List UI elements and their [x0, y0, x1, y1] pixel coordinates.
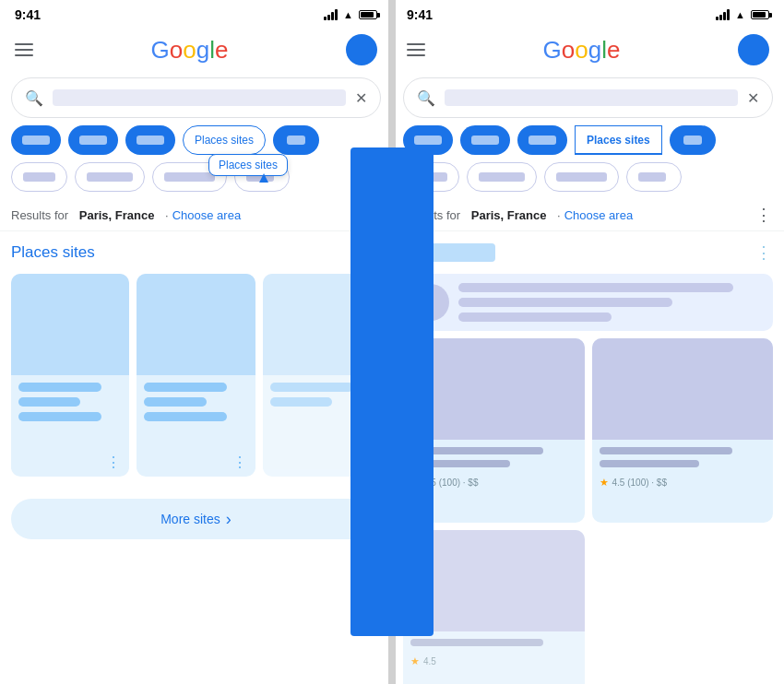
chip-3-left[interactable]: [125, 125, 175, 155]
status-icons-left: ▲: [324, 9, 377, 20]
right-card-body-2: ★ 4.5 (100) · $$: [592, 440, 774, 496]
faded-line-1b: [458, 298, 672, 307]
avatar-right[interactable]: [738, 34, 769, 65]
google-logo-left: Google: [151, 36, 229, 65]
card-line-1a: [18, 383, 101, 392]
hamburger-menu-left[interactable]: [15, 43, 33, 56]
search-bar-right[interactable]: 🔍 ✕: [403, 77, 773, 118]
chip-places-sites-left[interactable]: Places sites: [183, 125, 266, 155]
results-text-left: Results for: [11, 208, 68, 222]
card-footer-1: ⋮: [11, 448, 129, 477]
chip-outline-3-right[interactable]: [544, 162, 619, 192]
filter-chips-row2-left: [0, 162, 392, 199]
card-line-3b: [270, 397, 332, 407]
wifi-icon-left: ▲: [343, 9, 353, 20]
right-card-line-3a: [410, 639, 543, 646]
card-line-2c: [144, 412, 227, 421]
chip-2-right[interactable]: [460, 125, 510, 155]
faded-line-1a: [458, 283, 733, 292]
time-left: 9:41: [15, 7, 41, 22]
card-line-2b: [144, 397, 206, 407]
phone-comparison-container: 9:41 ▲ Google 🔍: [0, 0, 784, 684]
signal-icon-right: [716, 9, 730, 20]
chip-outline-2-left[interactable]: [75, 162, 145, 192]
places-section-left: Places sites ⋮ ⋮: [0, 231, 392, 488]
rating-1: ★ 4.5 (100) · $$: [410, 477, 577, 489]
signal-icon-left: [324, 9, 338, 20]
battery-icon-left: [359, 10, 377, 19]
results-line-right: Results for Paris, France · Choose area …: [392, 199, 784, 231]
filter-chips-row1-right: Places sites: [392, 125, 784, 162]
chip-1-left[interactable]: [11, 125, 61, 155]
faded-lines-1: [458, 283, 764, 322]
right-cards-grid: ★ 4.5 (100) · $$ ★ 4.5 (100) · $$: [403, 338, 773, 684]
choose-area-right[interactable]: Choose area: [564, 208, 633, 222]
right-card-line-2a: [600, 447, 732, 454]
places-header-left: Places sites ⋮: [11, 242, 381, 263]
rating-2: ★ 4.5 (100) · $$: [600, 477, 766, 489]
results-dot-right: ·: [557, 208, 561, 222]
place-card-1-left[interactable]: ⋮: [11, 274, 129, 477]
faded-header-right: ⋮: [403, 242, 773, 263]
status-icons-right: ▲: [716, 9, 769, 20]
card-line-1c: [18, 412, 101, 421]
more-sites-button-left[interactable]: More sites ›: [11, 499, 381, 539]
search-icon-left: 🔍: [25, 89, 43, 107]
search-input-left[interactable]: [53, 89, 346, 106]
chip-3-right[interactable]: [517, 125, 567, 155]
results-location-right: Paris, France: [471, 208, 547, 222]
places-title-left: Places sites: [11, 243, 95, 262]
chip-outline-4-right[interactable]: [626, 162, 682, 192]
tooltip-places-sites: Places sites: [208, 154, 288, 176]
rating-value-3: 4.5: [423, 656, 436, 666]
wifi-icon-right: ▲: [735, 9, 745, 20]
chip-2-left[interactable]: [68, 125, 118, 155]
rating-value-2: 4.5 (100) · $$: [612, 478, 667, 488]
results-menu-right[interactable]: ⋮: [755, 205, 773, 225]
chip-places-sites-right[interactable]: Places sites: [575, 125, 662, 155]
card-line-1b: [18, 397, 80, 407]
right-phone: 9:41 ▲ Google 🔍: [392, 0, 784, 684]
card-image-1-left: [11, 274, 129, 375]
chip-outline-2-right[interactable]: [467, 162, 537, 192]
right-card-2[interactable]: ★ 4.5 (100) · $$: [592, 338, 774, 523]
card-line-2a: [144, 383, 227, 392]
google-logo-right: Google: [543, 36, 621, 65]
chip-5-left[interactable]: [273, 125, 319, 155]
avatar-left[interactable]: [346, 34, 377, 65]
battery-icon-right: [751, 10, 769, 19]
star-2: ★: [600, 477, 609, 489]
faded-card-1-right[interactable]: [403, 274, 773, 331]
places-section-right: ⋮ ★: [392, 231, 784, 684]
right-card-body-3: ★ 4.5: [403, 631, 585, 675]
card-menu-1[interactable]: ⋮: [106, 454, 122, 471]
faded-menu-right[interactable]: ⋮: [755, 242, 773, 263]
left-phone: 9:41 ▲ Google 🔍: [0, 0, 392, 684]
filter-chips-row1-left: Places sites: [0, 125, 392, 162]
place-card-2-left[interactable]: ⋮: [137, 274, 255, 477]
right-card-line-2b: [600, 460, 699, 467]
chip-outline-1-left[interactable]: [11, 162, 67, 192]
search-input-right[interactable]: [445, 89, 738, 106]
chip-5-right[interactable]: [670, 125, 716, 155]
faded-line-1c: [458, 313, 612, 322]
results-dot-left: ·: [165, 208, 169, 222]
hamburger-menu-right[interactable]: [407, 43, 425, 56]
card-menu-2[interactable]: ⋮: [232, 454, 248, 471]
app-header-right: Google: [392, 26, 784, 74]
filter-chips-row2-right: [392, 162, 784, 199]
time-right: 9:41: [407, 7, 433, 22]
card-grid-left: ⋮ ⋮: [11, 274, 381, 477]
card-body-1-left: [11, 375, 129, 448]
card-body-2-left: [137, 375, 255, 448]
search-icon-right: 🔍: [417, 89, 435, 107]
search-bar-left[interactable]: 🔍 ✕: [11, 77, 381, 118]
card-image-2-left: [137, 274, 255, 375]
choose-area-left[interactable]: Choose area: [172, 208, 241, 222]
clear-icon-left[interactable]: ✕: [355, 89, 367, 107]
results-location-left: Paris, France: [79, 208, 155, 222]
star-3: ★: [410, 655, 420, 667]
status-bar-right: 9:41 ▲: [392, 0, 784, 26]
connector-bar: [350, 147, 434, 636]
clear-icon-right[interactable]: ✕: [747, 89, 759, 107]
